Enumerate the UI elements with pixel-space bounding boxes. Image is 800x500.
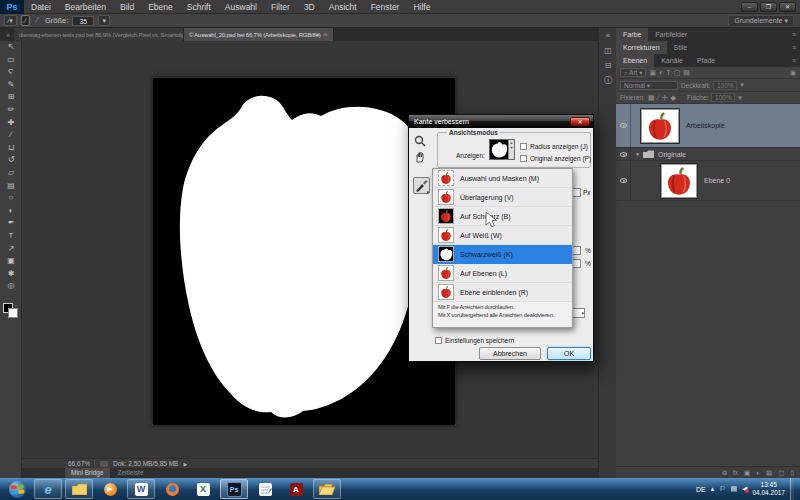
tab-farbfelder[interactable]: Farbfelder bbox=[648, 28, 694, 41]
layer-name[interactable]: Arbeitskopie bbox=[686, 122, 725, 129]
visibility-cell[interactable] bbox=[616, 148, 631, 160]
tool-button-brush[interactable]: ∕ bbox=[0, 129, 22, 142]
menu-item[interactable]: Filter bbox=[264, 0, 297, 14]
document-tab-active[interactable]: © Auswahl_20.psd bei 66,7% (Arbeitskopie… bbox=[184, 28, 334, 41]
view-mode-option[interactable]: Ebene einblenden (R) bbox=[433, 283, 572, 302]
tool-button-quick-selection[interactable]: ✎ bbox=[0, 79, 22, 92]
filter-adjustment-layers-icon[interactable]: ◐ bbox=[659, 69, 663, 76]
tab-ebenen[interactable]: Ebenen bbox=[616, 54, 654, 67]
radius-checkbox[interactable] bbox=[520, 143, 527, 150]
layer-style-icon[interactable]: fx bbox=[733, 469, 738, 476]
radius-checkbox-row[interactable]: Radius anzeigen (J) bbox=[520, 143, 588, 150]
color-swatches[interactable] bbox=[3, 303, 19, 319]
view-mode-dropdown-icon[interactable]: ▴▾ bbox=[508, 140, 514, 159]
eye-icon[interactable] bbox=[620, 123, 627, 128]
tool-button-dodge[interactable]: ◐ bbox=[0, 205, 22, 218]
view-mode-preview-thumbnail[interactable]: ▴▾ bbox=[489, 139, 515, 160]
delete-layer-icon[interactable]: ▯ bbox=[790, 469, 794, 477]
tool-button-pen[interactable]: ✒ bbox=[0, 217, 22, 230]
taskbar-journal[interactable] bbox=[251, 479, 279, 499]
taskbar-excel[interactable]: X bbox=[189, 479, 217, 499]
tool-button-gradient[interactable]: ▤ bbox=[0, 180, 22, 193]
tool-button-history-brush[interactable]: ↺ bbox=[0, 154, 22, 167]
eye-icon[interactable] bbox=[620, 178, 627, 183]
refine-brush-add-icon[interactable]: ∕ bbox=[21, 15, 30, 26]
tool-button-hand[interactable]: ✱ bbox=[0, 268, 22, 281]
layer-row-arbeitskopie[interactable]: Arbeitskopie bbox=[616, 104, 800, 148]
refine-brush-subtract-icon[interactable]: ∕ bbox=[34, 15, 41, 26]
tool-button-move[interactable]: ↖ bbox=[0, 41, 22, 54]
status-arrow-icon[interactable]: ▶ bbox=[183, 461, 187, 467]
menu-item[interactable]: Schrift bbox=[180, 0, 218, 14]
lock-all-icon[interactable]: ◆ bbox=[671, 94, 676, 102]
zoom-tool-icon[interactable] bbox=[414, 135, 428, 149]
add-mask-icon[interactable]: ▣ bbox=[744, 469, 750, 477]
panel-menu-icon[interactable]: ≡ bbox=[792, 41, 796, 54]
volume-muted-icon[interactable]: ◀ bbox=[742, 485, 747, 493]
eye-icon[interactable] bbox=[620, 152, 627, 157]
tool-preset-icon[interactable]: ∕▾ bbox=[4, 15, 17, 26]
layer-name[interactable]: Ebene 0 bbox=[704, 177, 730, 184]
opacity-value[interactable]: 100% bbox=[713, 81, 737, 90]
adjustment-layer-icon[interactable]: ◐ bbox=[756, 469, 760, 476]
dialog-close-button[interactable]: ✕ bbox=[570, 117, 590, 126]
brush-size-value[interactable]: 35 bbox=[72, 16, 94, 26]
menu-item[interactable]: 3D bbox=[297, 0, 322, 14]
tab-close-icon[interactable]: × bbox=[324, 31, 328, 38]
panel-menu-icon[interactable]: ≡ bbox=[792, 28, 796, 41]
refine-radius-tool-button[interactable]: ▾ bbox=[413, 177, 430, 194]
layer-row-ebene0[interactable]: Ebene 0 bbox=[616, 161, 800, 201]
tool-button-crop[interactable]: ⊞ bbox=[0, 91, 22, 104]
group-name[interactable]: Originale bbox=[658, 151, 686, 158]
taskbar-photoshop[interactable]: Ps bbox=[220, 479, 248, 499]
filter-pixel-layers-icon[interactable]: ▣ bbox=[649, 69, 656, 77]
tool-button-blur[interactable]: ○ bbox=[0, 192, 22, 205]
tool-button-path-selection[interactable]: ↗ bbox=[0, 243, 22, 256]
menu-item[interactable]: Auswahl bbox=[218, 0, 264, 14]
menu-item[interactable]: Ebene bbox=[141, 0, 180, 14]
tab-korrekturen[interactable]: Korrekturen bbox=[616, 41, 667, 54]
original-checkbox[interactable] bbox=[520, 155, 527, 162]
tool-button-type[interactable]: T bbox=[0, 230, 22, 243]
fill-value[interactable]: 100% bbox=[711, 93, 735, 102]
hand-tool-icon[interactable] bbox=[414, 151, 428, 165]
panel-menu-icon[interactable]: ≡ bbox=[792, 54, 796, 67]
filter-smart-objects-icon[interactable]: ▤ bbox=[683, 69, 690, 77]
tool-button-zoom[interactable]: ◎ bbox=[0, 280, 22, 293]
original-checkbox-row[interactable]: Original anzeigen (P) bbox=[520, 155, 591, 162]
menu-item[interactable]: Bild bbox=[113, 0, 141, 14]
background-color-swatch[interactable] bbox=[8, 308, 18, 318]
menu-item[interactable]: Bearbeiten bbox=[58, 0, 113, 14]
lock-position-icon[interactable]: ✛ bbox=[662, 94, 668, 102]
taskbar-documents-folder[interactable] bbox=[313, 479, 341, 499]
lock-transparency-icon[interactable]: ▦ bbox=[648, 94, 655, 102]
blend-mode-dropdown[interactable]: Normal ▾ bbox=[620, 81, 678, 90]
filter-type-layers-icon[interactable]: T bbox=[666, 69, 670, 76]
show-hidden-icons[interactable]: ▴ bbox=[711, 485, 715, 493]
opacity-dropdown-icon[interactable]: ▾ bbox=[740, 81, 744, 89]
tab-pfade[interactable]: Pfade bbox=[690, 54, 722, 67]
layer-thumbnail[interactable] bbox=[641, 109, 679, 143]
visibility-cell[interactable] bbox=[616, 104, 631, 147]
new-group-icon[interactable]: ▤ bbox=[766, 469, 772, 477]
minimize-button[interactable]: – bbox=[741, 2, 758, 12]
menu-item[interactable]: Fenster bbox=[364, 0, 407, 14]
cancel-button[interactable]: Abbrechen bbox=[479, 347, 541, 360]
document-tab-inactive[interactable]: dienstag-ebenen-tests.psd bei 86,9% (Ver… bbox=[14, 28, 184, 41]
tool-button-eraser[interactable]: ▱ bbox=[0, 167, 22, 180]
tool-button-clone-stamp[interactable]: ⊔ bbox=[0, 142, 22, 155]
view-mode-option[interactable]: Auf Ebenen (L) bbox=[433, 264, 572, 283]
tool-button-lasso[interactable]: Ϛ bbox=[0, 66, 22, 79]
zoom-level-field[interactable]: 66,67% bbox=[68, 460, 95, 467]
group-expand-icon[interactable]: ▼ bbox=[635, 151, 640, 157]
panel-collapse-icon[interactable]: » bbox=[0, 32, 14, 41]
layer-thumbnail[interactable] bbox=[661, 164, 697, 198]
tool-button-eyedropper[interactable]: ✏ bbox=[0, 104, 22, 117]
taskbar-windows-explorer[interactable] bbox=[65, 479, 93, 499]
view-mode-option-hovered[interactable]: Auf Schwarz (B) bbox=[433, 207, 572, 226]
network-icon[interactable]: ▤ bbox=[730, 485, 737, 493]
lock-pixels-icon[interactable]: ∕ bbox=[658, 94, 659, 101]
tool-button-rectangle[interactable]: ▣ bbox=[0, 255, 22, 268]
info-panel-icon[interactable]: ⓘ bbox=[599, 73, 617, 88]
tab-farbe[interactable]: Farbe bbox=[616, 28, 648, 41]
